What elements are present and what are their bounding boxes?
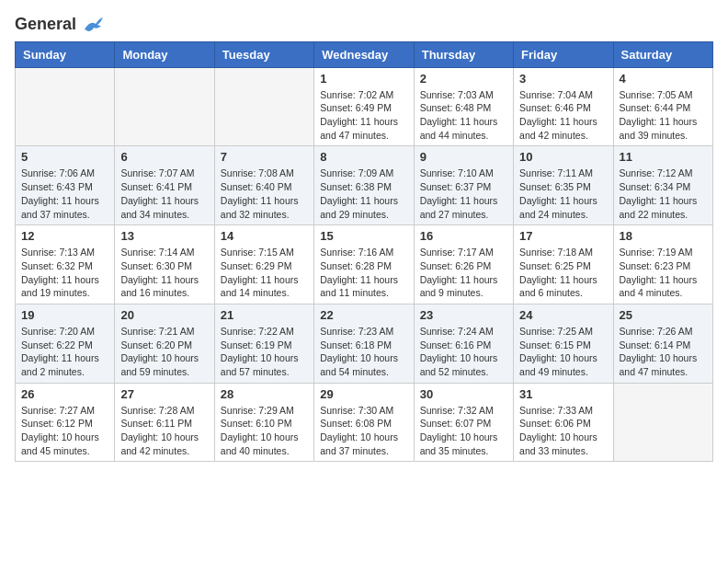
- calendar-cell: 7Sunrise: 7:08 AMSunset: 6:40 PMDaylight…: [214, 146, 313, 225]
- day-info: Sunrise: 7:03 AMSunset: 6:48 PMDaylight:…: [420, 88, 507, 143]
- header-saturday: Saturday: [613, 41, 712, 67]
- header-wednesday: Wednesday: [314, 41, 414, 67]
- header-thursday: Thursday: [414, 41, 513, 67]
- calendar-cell: [16, 67, 115, 146]
- calendar-cell: 2Sunrise: 7:03 AMSunset: 6:48 PMDaylight…: [414, 67, 513, 146]
- day-number: 6: [120, 150, 208, 164]
- calendar-cell: 18Sunrise: 7:19 AMSunset: 6:23 PMDayligh…: [613, 225, 712, 304]
- calendar-cell: 21Sunrise: 7:22 AMSunset: 6:19 PMDayligh…: [214, 304, 313, 383]
- calendar-cell: 13Sunrise: 7:14 AMSunset: 6:30 PMDayligh…: [115, 225, 214, 304]
- day-number: 13: [120, 229, 208, 243]
- day-info: Sunrise: 7:14 AMSunset: 6:30 PMDaylight:…: [120, 246, 208, 300]
- header-row: SundayMondayTuesdayWednesdayThursdayFrid…: [16, 41, 713, 67]
- day-info: Sunrise: 7:05 AMSunset: 6:44 PMDaylight:…: [620, 88, 707, 143]
- calendar-cell: 6Sunrise: 7:07 AMSunset: 6:41 PMDaylight…: [115, 146, 214, 225]
- day-number: 28: [221, 387, 308, 401]
- day-info: Sunrise: 7:24 AMSunset: 6:16 PMDaylight:…: [420, 325, 507, 379]
- calendar-cell: 19Sunrise: 7:20 AMSunset: 6:22 PMDayligh…: [16, 304, 115, 383]
- day-info: Sunrise: 7:27 AMSunset: 6:12 PMDaylight:…: [21, 404, 108, 458]
- logo-line1: General: [15, 15, 76, 33]
- day-number: 7: [221, 150, 308, 164]
- week-row-1: 1Sunrise: 7:02 AMSunset: 6:49 PMDaylight…: [16, 67, 713, 146]
- day-info: Sunrise: 7:23 AMSunset: 6:18 PMDaylight:…: [320, 325, 407, 379]
- calendar-cell: 26Sunrise: 7:27 AMSunset: 6:12 PMDayligh…: [16, 383, 115, 462]
- day-number: 18: [620, 229, 707, 243]
- calendar-cell: 22Sunrise: 7:23 AMSunset: 6:18 PMDayligh…: [314, 304, 414, 383]
- day-info: Sunrise: 7:02 AMSunset: 6:49 PMDaylight:…: [320, 88, 407, 143]
- day-number: 19: [21, 308, 108, 322]
- calendar-cell: [115, 67, 214, 146]
- day-number: 31: [519, 387, 607, 401]
- day-number: 17: [519, 229, 607, 243]
- header-tuesday: Tuesday: [214, 41, 313, 67]
- calendar-cell: 5Sunrise: 7:06 AMSunset: 6:43 PMDaylight…: [16, 146, 115, 225]
- day-info: Sunrise: 7:25 AMSunset: 6:15 PMDaylight:…: [519, 325, 607, 379]
- calendar-cell: 27Sunrise: 7:28 AMSunset: 6:11 PMDayligh…: [115, 383, 214, 462]
- day-number: 10: [519, 150, 607, 164]
- day-number: 22: [320, 308, 407, 322]
- day-info: Sunrise: 7:12 AMSunset: 6:34 PMDaylight:…: [620, 167, 707, 221]
- calendar-table: SundayMondayTuesdayWednesdayThursdayFrid…: [15, 41, 713, 463]
- day-number: 11: [620, 150, 707, 164]
- day-info: Sunrise: 7:22 AMSunset: 6:19 PMDaylight:…: [221, 325, 308, 379]
- calendar-cell: 31Sunrise: 7:33 AMSunset: 6:06 PMDayligh…: [514, 383, 613, 462]
- day-number: 25: [620, 308, 707, 322]
- day-info: Sunrise: 7:19 AMSunset: 6:23 PMDaylight:…: [620, 246, 707, 300]
- day-number: 8: [320, 150, 407, 164]
- calendar-cell: 15Sunrise: 7:16 AMSunset: 6:28 PMDayligh…: [314, 225, 414, 304]
- calendar-cell: 4Sunrise: 7:05 AMSunset: 6:44 PMDaylight…: [613, 67, 712, 146]
- day-info: Sunrise: 7:08 AMSunset: 6:40 PMDaylight:…: [221, 167, 308, 221]
- day-number: 27: [120, 387, 208, 401]
- day-number: 16: [420, 229, 507, 243]
- calendar-cell: 20Sunrise: 7:21 AMSunset: 6:20 PMDayligh…: [115, 304, 214, 383]
- day-number: 5: [21, 150, 108, 164]
- day-number: 14: [221, 229, 308, 243]
- week-row-5: 26Sunrise: 7:27 AMSunset: 6:12 PMDayligh…: [16, 383, 713, 462]
- day-info: Sunrise: 7:33 AMSunset: 6:06 PMDaylight:…: [519, 404, 607, 458]
- header-monday: Monday: [115, 41, 214, 67]
- day-number: 29: [320, 387, 407, 401]
- day-number: 9: [420, 150, 507, 164]
- calendar-cell: 25Sunrise: 7:26 AMSunset: 6:14 PMDayligh…: [613, 304, 712, 383]
- day-info: Sunrise: 7:20 AMSunset: 6:22 PMDaylight:…: [21, 325, 108, 379]
- day-number: 2: [420, 72, 507, 86]
- day-info: Sunrise: 7:15 AMSunset: 6:29 PMDaylight:…: [221, 246, 308, 300]
- calendar-cell: 17Sunrise: 7:18 AMSunset: 6:25 PMDayligh…: [514, 225, 613, 304]
- calendar-cell: 1Sunrise: 7:02 AMSunset: 6:49 PMDaylight…: [314, 67, 414, 146]
- calendar-cell: 24Sunrise: 7:25 AMSunset: 6:15 PMDayligh…: [514, 304, 613, 383]
- calendar-cell: 8Sunrise: 7:09 AMSunset: 6:38 PMDaylight…: [314, 146, 414, 225]
- day-info: Sunrise: 7:07 AMSunset: 6:41 PMDaylight:…: [120, 167, 208, 221]
- day-info: Sunrise: 7:26 AMSunset: 6:14 PMDaylight:…: [620, 325, 707, 379]
- calendar-cell: 11Sunrise: 7:12 AMSunset: 6:34 PMDayligh…: [613, 146, 712, 225]
- day-number: 24: [519, 308, 607, 322]
- day-info: Sunrise: 7:09 AMSunset: 6:38 PMDaylight:…: [320, 167, 407, 221]
- calendar-cell: [613, 383, 712, 462]
- day-info: Sunrise: 7:13 AMSunset: 6:32 PMDaylight:…: [21, 246, 108, 300]
- day-number: 23: [420, 308, 507, 322]
- day-number: 21: [221, 308, 308, 322]
- day-number: 1: [320, 72, 407, 86]
- day-number: 26: [21, 387, 108, 401]
- day-info: Sunrise: 7:10 AMSunset: 6:37 PMDaylight:…: [420, 167, 507, 221]
- week-row-3: 12Sunrise: 7:13 AMSunset: 6:32 PMDayligh…: [16, 225, 713, 304]
- calendar-cell: 3Sunrise: 7:04 AMSunset: 6:46 PMDaylight…: [514, 67, 613, 146]
- calendar-cell: 28Sunrise: 7:29 AMSunset: 6:10 PMDayligh…: [214, 383, 313, 462]
- day-number: 15: [320, 229, 407, 243]
- day-info: Sunrise: 7:17 AMSunset: 6:26 PMDaylight:…: [420, 246, 507, 300]
- calendar-cell: 10Sunrise: 7:11 AMSunset: 6:35 PMDayligh…: [514, 146, 613, 225]
- day-number: 3: [519, 72, 607, 86]
- calendar-cell: 23Sunrise: 7:24 AMSunset: 6:16 PMDayligh…: [414, 304, 513, 383]
- calendar-cell: 30Sunrise: 7:32 AMSunset: 6:07 PMDayligh…: [414, 383, 513, 462]
- logo: General: [15, 15, 103, 30]
- day-number: 12: [21, 229, 108, 243]
- day-number: 30: [420, 387, 507, 401]
- calendar-cell: 14Sunrise: 7:15 AMSunset: 6:29 PMDayligh…: [214, 225, 313, 304]
- page-header: General: [15, 15, 713, 30]
- header-sunday: Sunday: [16, 41, 115, 67]
- day-info: Sunrise: 7:11 AMSunset: 6:35 PMDaylight:…: [519, 167, 607, 221]
- day-number: 4: [620, 72, 707, 86]
- week-row-4: 19Sunrise: 7:20 AMSunset: 6:22 PMDayligh…: [16, 304, 713, 383]
- day-info: Sunrise: 7:32 AMSunset: 6:07 PMDaylight:…: [420, 404, 507, 458]
- day-info: Sunrise: 7:29 AMSunset: 6:10 PMDaylight:…: [221, 404, 308, 458]
- calendar-cell: 16Sunrise: 7:17 AMSunset: 6:26 PMDayligh…: [414, 225, 513, 304]
